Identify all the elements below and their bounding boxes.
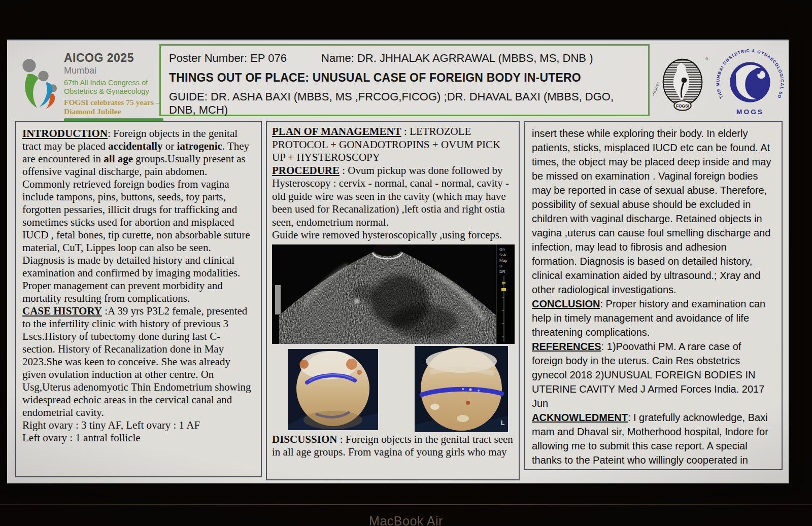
us-setting-map: Map	[499, 258, 507, 263]
poster-number: Poster Number: EP 076	[169, 52, 287, 64]
plan-paragraph: PLAN OF MANAGEMENT : LETROZOLE PROTOCOL …	[272, 125, 514, 164]
acknowledgment-heading: ACKNOWLEDMENT	[532, 412, 628, 423]
poster-header-box: Poster Number: EP 076 Name: DR. JHHALAK …	[159, 44, 650, 116]
column-introduction: INTRODUCTION: Foreign objects in the gen…	[15, 121, 262, 477]
hysteroscopy-image-right: L	[415, 346, 508, 432]
hysteroscopy-image-left	[288, 349, 378, 430]
plan-heading: PLAN OF MANAGEMENT	[272, 125, 401, 137]
discussion-paragraph: DISCUSSION : Foreign objects in the geni…	[272, 433, 514, 459]
references-heading: REFERENCES	[532, 341, 601, 352]
guide-line: GUIDE: DR. ASHA BAXI (MBBS, MS ,FRCOG,FI…	[169, 90, 640, 117]
hysteroscopy-images-row: L	[272, 346, 514, 433]
fogsi-reg-mark: ®	[705, 57, 708, 61]
poster-number-line: Poster Number: EP 076 Name: DR. JHHALAK …	[169, 52, 640, 65]
laptop-hinge-line	[0, 504, 812, 505]
aicog-text-block: AICOG 2025 Mumbai 67th All India Congres…	[64, 51, 162, 125]
introduction-heading: INTRODUCTION	[22, 127, 108, 139]
laptop-screen: AICOG 2025 Mumbai 67th All India Congres…	[7, 40, 789, 483]
aicog-celebration-line: FOGSI celebrates 75 years – Diamond Jubi…	[64, 98, 162, 116]
case-history-paragraph: CASE HISTORY :A 39 yrs P3L2 female, pres…	[22, 305, 255, 419]
case-history-heading: CASE HISTORY	[22, 305, 102, 317]
case-history-text: :A 39 yrs P3L2 female, presented to the …	[22, 305, 251, 418]
procedure-paragraph: PROCEDURE : Ovum pickup was done followe…	[272, 164, 514, 229]
column-discussion-conclusion: insert these while exploring their body.…	[524, 121, 783, 470]
introduction-paragraph: INTRODUCTION: Foreign objects in the gen…	[22, 127, 255, 305]
ultrasound-image: Gn S:A Map D DR	[272, 244, 515, 344]
endo-orientation-marker: L	[501, 419, 504, 427]
ovary-line-2: Left ovary : 1 antral follicle	[22, 432, 255, 444]
device-label: MacBook Air	[0, 514, 812, 526]
introduction-text: : Foreign objects in the genital tract m…	[22, 127, 250, 304]
references-paragraph: REFERENCES: 1)Poovathi PM. A rare case o…	[532, 339, 774, 410]
aicog-logo	[18, 50, 61, 114]
column-management: PLAN OF MANAGEMENT : LETROZOLE PROTOCOL …	[266, 121, 520, 480]
discussion-continued-text: insert these while exploring their body.…	[532, 126, 774, 297]
svg-text:FEDERATION OF OBSTETRIC AND GY: FEDERATION OF OBSTETRIC AND GYNAECOLOGIC…	[653, 49, 660, 107]
presenter-name: Name: DR. JHHALAK AGRRAWAL (MBBS, MS, DN…	[321, 52, 593, 64]
mogs-label: MOGS	[736, 108, 764, 116]
aicog-title: AICOG 2025	[64, 51, 162, 65]
fogsi-logo: FEDERATION OF OBSTETRIC AND GYNAECOLOGIC…	[653, 49, 713, 114]
us-setting-d: D	[499, 264, 502, 268]
acknowledgment-paragraph: ACKNOWLEDMENT: I gratefully acknowledge,…	[532, 410, 774, 470]
conclusion-heading: CONCLUSION	[532, 298, 600, 309]
us-setting-sa: S:A	[499, 253, 506, 257]
us-setting-gn: Gn	[499, 247, 505, 252]
conclusion-paragraph: CONCLUSION: Proper history and examinati…	[532, 297, 774, 339]
fogsi-label: FOGSI	[676, 103, 689, 109]
procedure-heading: PROCEDURE	[272, 164, 340, 177]
discussion-heading: DISCUSSION	[272, 433, 337, 445]
fogsi-ring-text: FEDERATION OF OBSTETRIC AND GYNAECOLOGIC…	[653, 49, 660, 107]
guide-wire-line: Guide wire removed hysteroscopically ,us…	[272, 229, 514, 242]
ovary-line-1: Right ovary : 3 tiny AF, Left ovary : 1 …	[22, 419, 255, 432]
us-setting-dr: DR	[499, 269, 505, 274]
aicog-congress-line: 67th All India Congress of Obstetrics & …	[64, 79, 162, 96]
mogs-logo: THE MUMBAI OBSTETRIC & GYNAECOLOGICAL SO…	[715, 47, 786, 116]
aicog-city: Mumbai	[64, 65, 162, 76]
aicog-logo-block: AICOG 2025 Mumbai 67th All India Congres…	[14, 45, 162, 119]
poster-title: THINGS OUT OF PLACE: UNUSUAL CASE OF FOR…	[169, 71, 640, 85]
